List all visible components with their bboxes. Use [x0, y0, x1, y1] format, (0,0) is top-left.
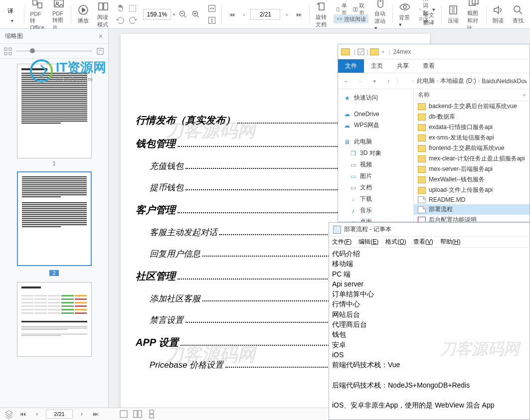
history-icon[interactable]: ▾: [369, 76, 380, 87]
rotate-left-icon[interactable]: [115, 15, 126, 26]
file-item[interactable]: db-数据库: [414, 112, 530, 122]
nav-item[interactable]: 🖥此电脑: [338, 136, 413, 147]
auto-scroll-button[interactable]: 自动滚动 ▾: [370, 0, 390, 28]
nav-item[interactable]: ▭图片: [338, 170, 413, 182]
folder-icon: [418, 114, 426, 121]
zoom-input[interactable]: [143, 9, 171, 20]
sb-layers-icon[interactable]: [4, 409, 14, 419]
single-page-button[interactable]: 单页: [334, 5, 351, 14]
first-page-icon[interactable]: ⏮: [226, 9, 237, 20]
zoom-out-icon[interactable]: [177, 9, 188, 20]
sb-next-icon[interactable]: ›: [77, 409, 87, 419]
rotate-right-icon[interactable]: [127, 15, 138, 26]
nav-item[interactable]: ☁WPS网盘: [338, 120, 413, 131]
file-item[interactable]: README.MD: [414, 195, 530, 204]
up-icon[interactable]: ↑: [383, 76, 394, 87]
nav-item[interactable]: ▭文档: [338, 182, 413, 193]
file-item[interactable]: exdata-行情接口服务api: [414, 122, 530, 133]
explorer-tab[interactable]: 文件: [338, 59, 364, 73]
fit-width-icon[interactable]: [206, 3, 217, 14]
select-tool-icon[interactable]: [127, 3, 138, 14]
thumbnail-2[interactable]: 2: [17, 171, 92, 277]
text-line: Api server: [332, 279, 527, 289]
thumbnail-3[interactable]: [17, 282, 92, 357]
nav-item[interactable]: ▭桌面: [338, 216, 413, 222]
thumb-size-slider[interactable]: [16, 50, 92, 52]
zoom-in-icon[interactable]: [190, 9, 201, 20]
sb-view1-icon[interactable]: [119, 409, 129, 419]
screenshot-compare-button[interactable]: 截图和对比: [463, 0, 484, 28]
file-item[interactable]: upload-文件上传服务api: [414, 185, 530, 195]
file-item[interactable]: 部署流程: [414, 204, 530, 215]
text-line: 前端代码技术栈：Vue: [332, 360, 527, 370]
nav-item[interactable]: ♪音乐: [338, 205, 413, 216]
explorer-tab[interactable]: 主页: [364, 59, 390, 73]
breadcrumb-item[interactable]: BaiduNetdiskDownlo: [482, 78, 527, 85]
column-name[interactable]: 名称: [418, 91, 430, 99]
crop-icon: [468, 0, 480, 8]
find-button[interactable]: 查找: [508, 0, 528, 28]
menu-item[interactable]: 查看(V): [413, 238, 433, 246]
forward-icon[interactable]: →: [355, 76, 366, 87]
rotate-doc-button[interactable]: 旋转文档: [312, 0, 332, 28]
file-item[interactable]: ex-sms-发送短信服务api: [414, 133, 530, 143]
text-line: iOS、安卓非原生App，使用的是 WebView 混合 App: [332, 400, 527, 410]
explorer-tab[interactable]: 共享: [390, 59, 416, 73]
file-item[interactable]: frontend-主交易前端系统vue: [414, 143, 530, 153]
file-item[interactable]: mex-clear-计划任务止盈止损服务api: [414, 153, 530, 164]
read-aloud-button[interactable]: 朗读: [488, 0, 508, 28]
menu-item[interactable]: 帮助(H): [440, 238, 461, 246]
notepad-titlebar[interactable]: 部署流程 - 记事本: [329, 223, 530, 237]
nav-item[interactable]: ▭视频: [338, 159, 413, 170]
expand-icon[interactable]: [96, 47, 104, 55]
dl-icon: ↓: [349, 195, 357, 203]
file-icon: [418, 196, 426, 203]
explorer-tab[interactable]: 查看: [416, 59, 442, 73]
menu-item[interactable]: 编辑(E): [358, 238, 378, 246]
nav-item[interactable]: ★快速访问: [338, 92, 413, 104]
breadcrumb-item[interactable]: 本地磁盘 (D:): [440, 77, 476, 85]
next-page-icon[interactable]: ›: [281, 9, 292, 20]
file-item[interactable]: backend-主交易后台前端系统vue: [414, 101, 530, 112]
sb-page-input[interactable]: [46, 410, 73, 419]
prev-page-icon[interactable]: ‹: [238, 9, 249, 20]
file-icon: [418, 206, 426, 213]
menu-item[interactable]: 文件(F): [332, 238, 352, 246]
pdf-to-office-button[interactable]: PDF转Office: [26, 0, 48, 28]
nav-item[interactable]: ☁OneDrive: [338, 109, 413, 120]
sb-view2-icon[interactable]: [133, 409, 143, 419]
close-panel-icon[interactable]: ✕: [98, 33, 103, 40]
back-icon[interactable]: ←: [341, 76, 352, 87]
notepad-content[interactable]: 刀客源码网 代码介绍移动端PC 端Api server订单结算中心行情中心网站后…: [329, 248, 530, 420]
sb-last-icon[interactable]: ⏭: [91, 409, 101, 419]
translate-dropdown[interactable]: 译▾: [2, 0, 22, 28]
sb-view3-icon[interactable]: [147, 409, 157, 419]
file-item[interactable]: 后台配置功能说明: [414, 215, 530, 222]
double-page-button[interactable]: 双页: [351, 5, 368, 14]
pdf-to-image-button[interactable]: PDF转图片: [48, 0, 69, 28]
sb-prev-icon[interactable]: ‹: [32, 409, 42, 419]
continuous-button[interactable]: 连续阅读: [334, 14, 368, 23]
full-translate-button[interactable]: 全文翻译: [417, 14, 437, 23]
compress-button[interactable]: 压缩: [443, 0, 463, 28]
background-button[interactable]: 背景 ▾: [395, 0, 415, 28]
svg-point-17: [403, 5, 406, 8]
sb-first-icon[interactable]: ⏮: [18, 409, 28, 419]
nav-item[interactable]: ❒3D 对象: [338, 147, 413, 159]
breadcrumb-item[interactable]: 此电脑: [417, 77, 435, 85]
last-page-icon[interactable]: ⏭: [293, 9, 304, 20]
menu-item[interactable]: 格式(O): [385, 238, 406, 246]
page-input[interactable]: [250, 9, 280, 20]
play-button[interactable]: 播放: [73, 0, 93, 28]
read-mode-button[interactable]: 阅读模式: [93, 0, 113, 28]
pdf-image-icon: [53, 0, 65, 9]
thumbnails-panel: 缩略图✕ 1 2: [0, 29, 109, 408]
explorer-titlebar[interactable]: | | ▾ | 24mex: [338, 44, 530, 59]
grid-view-icon[interactable]: [4, 47, 12, 55]
file-item[interactable]: mex-server-后端服务api: [414, 164, 530, 174]
hand-tool-icon[interactable]: [115, 3, 126, 14]
checkbox-icon[interactable]: [357, 48, 364, 55]
fit-page-icon[interactable]: [206, 15, 217, 26]
file-item[interactable]: MexWallet--钱包服务: [414, 174, 530, 185]
nav-item[interactable]: ↓下载: [338, 193, 413, 205]
